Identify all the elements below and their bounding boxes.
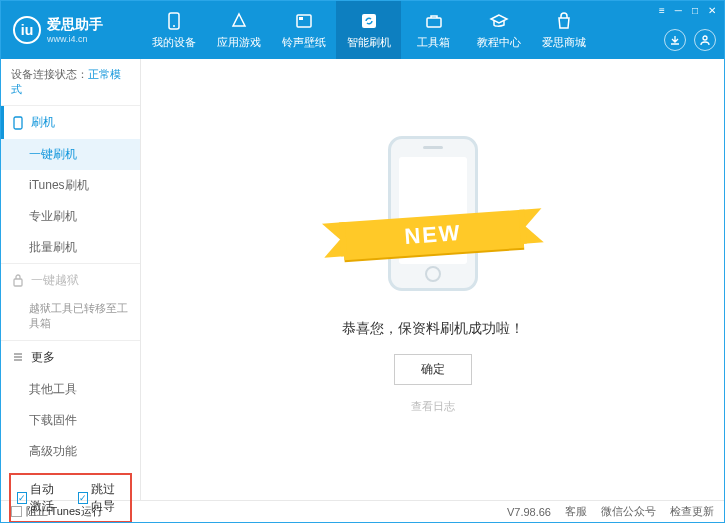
menu-icon[interactable]: ≡ xyxy=(659,5,665,16)
svg-rect-8 xyxy=(14,279,22,286)
sidebar-item-itunes-flash[interactable]: iTunes刷机 xyxy=(1,170,140,201)
success-illustration: NEW xyxy=(333,126,533,296)
window-controls: ≡ ─ □ ✕ xyxy=(659,5,716,16)
checkbox-unchecked-icon xyxy=(11,506,22,517)
check-update-link[interactable]: 检查更新 xyxy=(670,504,714,519)
logo-area: iu 爱思助手 www.i4.cn xyxy=(1,16,141,44)
nav-label: 教程中心 xyxy=(477,35,521,50)
nav-label: 智能刷机 xyxy=(347,35,391,50)
block-itunes-checkbox[interactable]: 阻止iTunes运行 xyxy=(11,504,103,519)
nav-label: 铃声壁纸 xyxy=(282,35,326,50)
toolbox-icon xyxy=(424,11,444,31)
bag-icon xyxy=(554,11,574,31)
app-url: www.i4.cn xyxy=(47,34,103,44)
nav-store[interactable]: 爱思商城 xyxy=(531,1,596,59)
maximize-icon[interactable]: □ xyxy=(692,5,698,16)
app-header: iu 爱思助手 www.i4.cn 我的设备 应用游戏 铃声壁纸 智能刷机 工具… xyxy=(1,1,724,59)
sidebar-head-more[interactable]: 更多 xyxy=(1,341,140,374)
nav-apps-games[interactable]: 应用游戏 xyxy=(206,1,271,59)
new-ribbon: NEW xyxy=(341,209,523,259)
success-message: 恭喜您，保资料刷机成功啦！ xyxy=(342,320,524,338)
checkbox-checked-icon: ✓ xyxy=(78,492,88,504)
svg-point-1 xyxy=(173,25,175,27)
phone-icon xyxy=(164,11,184,31)
nav-label: 应用游戏 xyxy=(217,35,261,50)
sidebar-item-batch-flash[interactable]: 批量刷机 xyxy=(1,232,140,263)
main-nav: 我的设备 应用游戏 铃声壁纸 智能刷机 工具箱 教程中心 爱思商城 xyxy=(141,1,724,59)
list-icon xyxy=(11,350,25,364)
checkbox-checked-icon: ✓ xyxy=(17,492,27,504)
graduation-icon xyxy=(489,11,509,31)
customer-service-link[interactable]: 客服 xyxy=(565,504,587,519)
refresh-icon xyxy=(359,11,379,31)
download-button[interactable] xyxy=(664,29,686,51)
svg-point-6 xyxy=(703,36,707,40)
sidebar-item-advanced[interactable]: 高级功能 xyxy=(1,436,140,467)
svg-rect-3 xyxy=(299,17,303,20)
wallpaper-icon xyxy=(294,11,314,31)
main-panel: NEW 恭喜您，保资料刷机成功啦！ 确定 查看日志 xyxy=(141,59,724,500)
nav-tutorials[interactable]: 教程中心 xyxy=(466,1,531,59)
user-button[interactable] xyxy=(694,29,716,51)
nav-label: 爱思商城 xyxy=(542,35,586,50)
lock-icon xyxy=(11,274,25,288)
sidebar: 设备连接状态：正常模式 刷机 一键刷机 iTunes刷机 专业刷机 批量刷机 一… xyxy=(1,59,141,500)
nav-label: 工具箱 xyxy=(417,35,450,50)
svg-rect-7 xyxy=(14,117,22,129)
view-log-link[interactable]: 查看日志 xyxy=(411,399,455,414)
sidebar-item-other-tools[interactable]: 其他工具 xyxy=(1,374,140,405)
sidebar-head-jailbreak[interactable]: 一键越狱 xyxy=(1,264,140,297)
close-icon[interactable]: ✕ xyxy=(708,5,716,16)
nav-toolbox[interactable]: 工具箱 xyxy=(401,1,466,59)
svg-rect-5 xyxy=(427,18,441,27)
wechat-link[interactable]: 微信公众号 xyxy=(601,504,656,519)
nav-ringtones[interactable]: 铃声壁纸 xyxy=(271,1,336,59)
minimize-icon[interactable]: ─ xyxy=(675,5,682,16)
connection-status: 设备连接状态：正常模式 xyxy=(1,59,140,105)
sidebar-head-flash[interactable]: 刷机 xyxy=(1,106,140,139)
nav-label: 我的设备 xyxy=(152,35,196,50)
appstore-icon xyxy=(229,11,249,31)
sidebar-item-oneclick-flash[interactable]: 一键刷机 xyxy=(1,139,140,170)
phone-icon xyxy=(11,116,25,130)
sidebar-item-download-firmware[interactable]: 下载固件 xyxy=(1,405,140,436)
svg-rect-2 xyxy=(297,15,311,27)
nav-my-device[interactable]: 我的设备 xyxy=(141,1,206,59)
app-logo-icon: iu xyxy=(13,16,41,44)
jailbreak-note: 越狱工具已转移至工具箱 xyxy=(1,297,140,340)
confirm-button[interactable]: 确定 xyxy=(394,354,472,385)
sidebar-item-pro-flash[interactable]: 专业刷机 xyxy=(1,201,140,232)
nav-smart-flash[interactable]: 智能刷机 xyxy=(336,1,401,59)
version-label: V7.98.66 xyxy=(507,506,551,518)
app-title: 爱思助手 xyxy=(47,16,103,34)
svg-rect-4 xyxy=(362,14,376,28)
